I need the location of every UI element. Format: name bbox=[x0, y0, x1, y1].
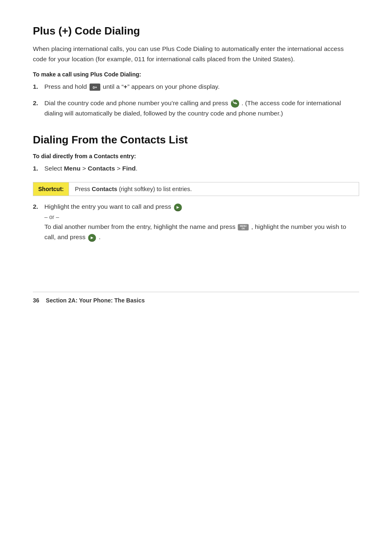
s2-step1-content: Select Menu > Contacts > Find. bbox=[44, 164, 359, 174]
section2-title: Dialing From the Contacts List bbox=[33, 134, 359, 146]
section1-intro: When placing international calls, you ca… bbox=[33, 44, 359, 65]
step2-number: 2. bbox=[33, 98, 44, 108]
footer-section-text: Section 2A: Your Phone: The Basics bbox=[46, 297, 145, 304]
svg-text:MENU: MENU bbox=[240, 225, 247, 228]
or-line: – or – bbox=[44, 214, 59, 220]
section2-steps: 1. Select Menu > Contacts > Find. bbox=[33, 164, 359, 174]
s2-step2-number: 2. bbox=[33, 202, 44, 212]
section1-title: Plus (+) Code Dialing bbox=[33, 25, 359, 37]
section1-instruction-label: To make a call using Plus Code Dialing: bbox=[33, 71, 359, 78]
call-button-icon-1 bbox=[231, 99, 240, 108]
svg-text:0+: 0+ bbox=[92, 85, 97, 89]
call-button-icon-3: ► bbox=[88, 233, 97, 242]
shortcut-label: Shortcut: bbox=[33, 182, 69, 196]
svg-text:►: ► bbox=[175, 205, 180, 210]
shortcut-content: Press Contacts (right softkey) to list e… bbox=[69, 182, 197, 196]
step2-content: Dial the country code and phone number y… bbox=[44, 98, 359, 119]
section2: Dialing From the Contacts List To dial d… bbox=[33, 134, 359, 242]
section1-step2: 2. Dial the country code and phone numbe… bbox=[33, 98, 359, 119]
call-button-icon-2: ► bbox=[173, 203, 182, 212]
svg-text:OK: OK bbox=[242, 228, 245, 230]
section2-steps-cont: 2. Highlight the entry you want to call … bbox=[33, 202, 359, 242]
s2-step1-number: 1. bbox=[33, 164, 44, 174]
section1-step1: 1. Press and hold 0+ until a “+” appears… bbox=[33, 82, 359, 92]
step1-content: Press and hold 0+ until a “+” appears on… bbox=[44, 82, 359, 92]
svg-text:►: ► bbox=[90, 235, 95, 240]
section2-instruction-label: To dial directly from a Contacts entry: bbox=[33, 153, 359, 159]
step1-number: 1. bbox=[33, 82, 44, 92]
section1-steps: 1. Press and hold 0+ until a “+” appears… bbox=[33, 82, 359, 119]
footer-page-number: 36 bbox=[33, 297, 39, 304]
s2-step2-content: Highlight the entry you want to call and… bbox=[44, 202, 359, 242]
zero-plus-key-icon: 0+ bbox=[89, 83, 101, 91]
section2-step2: 2. Highlight the entry you want to call … bbox=[33, 202, 359, 242]
page-footer: 36 Section 2A: Your Phone: The Basics bbox=[33, 292, 359, 304]
menu-ok-icon: MENU OK bbox=[238, 223, 249, 231]
section2-step1: 1. Select Menu > Contacts > Find. bbox=[33, 164, 359, 174]
shortcut-box: Shortcut: Press Contacts (right softkey)… bbox=[33, 182, 359, 196]
